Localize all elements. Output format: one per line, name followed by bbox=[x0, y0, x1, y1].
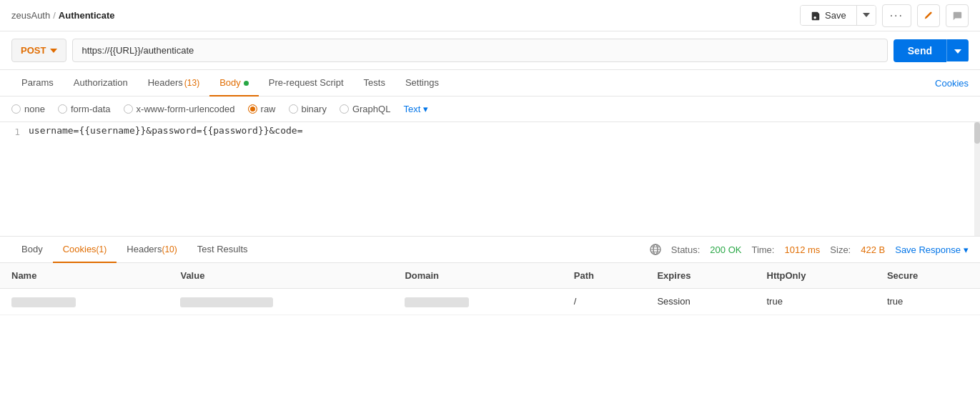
col-secure: Secure bbox=[876, 263, 980, 289]
cookie-expires: Session bbox=[645, 289, 755, 315]
save-label: Save bbox=[825, 10, 846, 21]
tab-prerequest[interactable]: Pre-request Script bbox=[259, 70, 354, 96]
more-options-button[interactable]: ··· bbox=[882, 4, 911, 27]
cookies-link[interactable]: Cookies bbox=[935, 71, 969, 96]
tab-headers[interactable]: Headers(13) bbox=[138, 70, 209, 96]
tab-params[interactable]: Params bbox=[11, 70, 64, 96]
response-tab-test-results[interactable]: Test Results bbox=[187, 237, 258, 263]
radio-formdata bbox=[58, 104, 67, 114]
code-line-1: 1 username={{username}}&password={{passw… bbox=[0, 122, 980, 140]
table-row: / Session true true bbox=[0, 289, 980, 315]
cookie-value bbox=[169, 289, 393, 315]
top-bar: zeusAuth / Authenticate Save ··· bbox=[0, 0, 980, 31]
cookie-secure: true bbox=[876, 289, 980, 315]
cookie-httponly: true bbox=[756, 289, 876, 315]
toolbar: Save ··· bbox=[800, 4, 969, 27]
pencil-icon bbox=[924, 11, 934, 21]
resp-headers-badge: (10) bbox=[162, 244, 177, 254]
response-tabs: Body Cookies(1) Headers(10) Test Results… bbox=[0, 237, 980, 263]
save-button[interactable]: Save bbox=[801, 6, 856, 25]
body-type-formdata[interactable]: form-data bbox=[58, 104, 111, 114]
time-value: 1012 ms bbox=[784, 244, 820, 255]
line-number-1: 1 bbox=[0, 125, 29, 137]
save-icon bbox=[811, 11, 821, 21]
body-type-binary[interactable]: binary bbox=[289, 104, 327, 114]
raw-type-label: Text bbox=[403, 104, 420, 114]
body-type-raw[interactable]: raw bbox=[248, 104, 276, 114]
radio-binary bbox=[289, 104, 298, 114]
more-dots: ··· bbox=[890, 9, 904, 22]
method-select[interactable]: POST bbox=[11, 39, 66, 62]
save-dropdown-button[interactable] bbox=[856, 6, 876, 25]
value-blurred bbox=[180, 297, 273, 307]
size-value: 422 B bbox=[861, 244, 885, 255]
request-tabs: Params Authorization Headers(13) Body Pr… bbox=[0, 70, 980, 96]
breadcrumb-parent[interactable]: zeusAuth bbox=[11, 10, 50, 21]
headers-badge: (13) bbox=[184, 78, 199, 88]
method-label: POST bbox=[21, 45, 46, 56]
comment-button[interactable] bbox=[946, 4, 969, 27]
response-tab-headers[interactable]: Headers(10) bbox=[117, 237, 187, 263]
radio-graphql bbox=[340, 104, 349, 114]
globe-icon bbox=[650, 244, 661, 255]
table-header-row: Name Value Domain Path Expires HttpOnly … bbox=[0, 263, 980, 289]
body-type-graphql[interactable]: GraphQL bbox=[340, 104, 390, 114]
cookie-name bbox=[0, 289, 169, 315]
scrollbar[interactable] bbox=[974, 122, 980, 236]
tab-authorization[interactable]: Authorization bbox=[64, 70, 138, 96]
save-response-button[interactable]: Save Response ▾ bbox=[895, 244, 969, 255]
url-input[interactable] bbox=[72, 39, 887, 62]
response-meta: Status: 200 OK Time: 1012 ms Size: 422 B… bbox=[650, 244, 969, 255]
cookie-path: / bbox=[563, 289, 646, 315]
name-blurred bbox=[11, 297, 76, 307]
status-label: Status: bbox=[671, 244, 700, 255]
breadcrumb-separator: / bbox=[53, 10, 56, 21]
body-type-none[interactable]: none bbox=[11, 104, 45, 114]
cookies-badge: (1) bbox=[96, 244, 107, 254]
col-name: Name bbox=[0, 263, 169, 289]
edit-button[interactable] bbox=[917, 4, 940, 27]
col-expires: Expires bbox=[645, 263, 755, 289]
send-button-group: Send bbox=[894, 39, 969, 62]
radio-none bbox=[11, 104, 21, 114]
cookie-domain bbox=[393, 289, 562, 315]
body-type-selector: none form-data x-www-form-urlencoded raw… bbox=[0, 96, 980, 122]
tab-body[interactable]: Body bbox=[209, 70, 259, 96]
time-label: Time: bbox=[751, 244, 774, 255]
body-type-urlencoded[interactable]: x-www-form-urlencoded bbox=[124, 104, 235, 114]
send-dropdown-button[interactable] bbox=[946, 39, 969, 61]
domain-blurred bbox=[405, 297, 469, 307]
url-bar: POST Send bbox=[0, 31, 980, 70]
radio-urlencoded bbox=[124, 104, 133, 114]
size-label: Size: bbox=[830, 244, 851, 255]
col-httponly: HttpOnly bbox=[756, 263, 876, 289]
response-tab-body[interactable]: Body bbox=[11, 237, 53, 263]
radio-raw bbox=[248, 104, 257, 114]
chevron-down-icon bbox=[863, 11, 870, 19]
comment-icon bbox=[952, 11, 962, 21]
code-editor[interactable]: 1 username={{username}}&password={{passw… bbox=[0, 122, 980, 237]
tab-settings[interactable]: Settings bbox=[395, 70, 449, 96]
col-value: Value bbox=[169, 263, 393, 289]
scrollbar-thumb bbox=[974, 122, 980, 144]
method-chevron-icon bbox=[50, 49, 57, 53]
breadcrumb: zeusAuth / Authenticate bbox=[11, 10, 115, 21]
send-button[interactable]: Send bbox=[894, 39, 946, 62]
cookie-table: Name Value Domain Path Expires HttpOnly … bbox=[0, 263, 980, 315]
tab-tests[interactable]: Tests bbox=[354, 70, 395, 96]
raw-type-selector[interactable]: Text ▾ bbox=[403, 104, 428, 114]
raw-type-chevron: ▾ bbox=[423, 104, 428, 114]
response-tab-cookies[interactable]: Cookies(1) bbox=[53, 237, 117, 263]
save-button-group: Save bbox=[800, 5, 876, 26]
body-dot bbox=[244, 81, 249, 86]
col-domain: Domain bbox=[393, 263, 562, 289]
send-chevron-icon bbox=[954, 49, 961, 54]
status-value: 200 OK bbox=[710, 244, 741, 255]
breadcrumb-current: Authenticate bbox=[59, 10, 115, 21]
line-content-1: username={{username}}&password={{passwor… bbox=[29, 125, 980, 136]
col-path: Path bbox=[563, 263, 646, 289]
